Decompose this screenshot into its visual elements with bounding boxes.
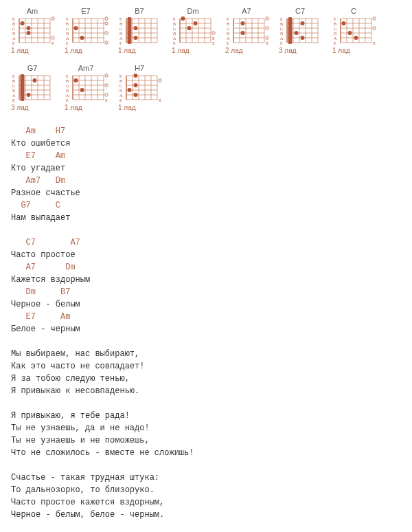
svg-text:D: D: [66, 89, 69, 93]
svg-point-21: [52, 17, 54, 20]
svg-text:A: A: [280, 36, 284, 41]
svg-text:B: B: [173, 22, 176, 26]
svg-text:G: G: [119, 27, 123, 31]
svg-point-43: [80, 36, 84, 40]
svg-text:B: B: [280, 22, 283, 26]
chord-name: H7: [118, 64, 161, 72]
svg-text:A: A: [12, 93, 16, 98]
fret-label: 1 лад: [11, 47, 54, 54]
fret-label: 1 лад: [172, 47, 214, 54]
svg-text:A: A: [119, 93, 123, 98]
chord-name: Dm: [172, 7, 214, 15]
svg-text:E: E: [334, 41, 336, 45]
svg-text:E: E: [66, 98, 69, 102]
svg-text:E: E: [227, 17, 229, 21]
fret-label: 1 лад: [332, 47, 375, 54]
svg-text:x: x: [266, 41, 268, 45]
svg-point-90: [212, 32, 215, 34]
chord-diagram-Am7: Am7EBGDAEx1 лад: [65, 64, 107, 111]
chord-name: Am: [11, 7, 54, 15]
svg-point-228: [134, 83, 138, 87]
svg-point-206: [105, 93, 108, 96]
fret-label: 3 лад: [279, 47, 321, 54]
svg-text:G: G: [173, 27, 176, 31]
svg-text:E: E: [119, 74, 122, 78]
svg-text:E: E: [119, 41, 122, 45]
svg-point-88: [187, 26, 192, 30]
svg-text:E: E: [173, 17, 176, 21]
svg-text:E: E: [334, 17, 336, 21]
svg-point-158: [348, 31, 352, 35]
chord-name: B7: [118, 7, 161, 15]
chord-diagram-A7: A7EBGDAEx2 лад: [225, 7, 268, 54]
svg-rect-181: [21, 74, 25, 101]
svg-text:A: A: [334, 36, 337, 41]
chord-diagram-H7: H7EBGDAEx1 лад: [118, 64, 161, 111]
svg-text:E: E: [12, 98, 15, 102]
svg-point-46: [105, 32, 108, 34]
chord-name: E7: [65, 7, 107, 15]
svg-text:x: x: [52, 41, 54, 45]
svg-point-137: [301, 21, 305, 25]
chord-diagram-E7: E7EBGDAE1 лад: [65, 7, 107, 54]
svg-point-230: [159, 79, 161, 82]
svg-point-19: [27, 26, 31, 30]
svg-point-18: [21, 21, 25, 25]
svg-point-159: [354, 36, 358, 40]
svg-text:D: D: [66, 32, 69, 36]
fret-label: 2 лад: [225, 47, 268, 54]
svg-text:E: E: [119, 17, 122, 21]
svg-text:x: x: [212, 41, 215, 45]
svg-text:B: B: [227, 22, 229, 26]
svg-point-183: [33, 78, 37, 82]
lyrics-block: Am H7 Кто ошибется E7 Am Кто угадает Am7…: [11, 125, 405, 521]
fret-label: 3 лад: [11, 104, 54, 111]
fret-label: 1 лад: [65, 104, 107, 111]
svg-point-205: [105, 84, 108, 87]
chord-diagram-grid: AmEBGDAEx1 ладE7EBGDAE1 ладB7EBGDAE1 лад…: [11, 7, 405, 111]
svg-text:G: G: [66, 27, 69, 31]
svg-point-45: [105, 22, 108, 25]
svg-text:E: E: [280, 17, 283, 21]
svg-text:D: D: [227, 32, 230, 36]
svg-point-161: [373, 27, 376, 30]
svg-text:B: B: [119, 79, 122, 83]
svg-point-20: [27, 31, 31, 35]
svg-text:A: A: [173, 36, 176, 41]
svg-text:x: x: [373, 41, 376, 45]
svg-point-44: [105, 17, 108, 20]
svg-point-136: [295, 31, 299, 35]
chord-diagram-G7: G7EBGDAE3 лад: [11, 64, 54, 111]
svg-text:G: G: [280, 27, 284, 31]
chord-diagram-Am: AmEBGDAEx1 лад: [11, 7, 54, 54]
chord-diagram-C: CEBGDAEx1 лад: [332, 7, 375, 54]
chord-diagram-B7: B7EBGDAE1 лад: [118, 7, 161, 54]
svg-text:D: D: [12, 32, 16, 36]
svg-text:A: A: [119, 36, 123, 41]
svg-text:B: B: [66, 79, 69, 83]
svg-point-22: [52, 36, 54, 39]
svg-point-203: [80, 88, 84, 92]
svg-point-114: [266, 27, 268, 30]
svg-text:G: G: [334, 27, 337, 31]
svg-text:x: x: [105, 98, 108, 102]
svg-point-89: [194, 21, 198, 25]
svg-point-87: [181, 16, 185, 21]
svg-text:G: G: [12, 27, 16, 31]
svg-point-115: [266, 36, 268, 39]
svg-text:E: E: [280, 41, 283, 45]
fret-label: 1 лад: [118, 47, 161, 54]
svg-point-113: [266, 17, 268, 20]
svg-point-182: [27, 93, 31, 97]
svg-point-226: [128, 88, 132, 92]
svg-text:D: D: [119, 32, 123, 36]
fret-label: 1 лад: [118, 104, 161, 111]
fret-label: 1 лад: [65, 47, 107, 54]
svg-point-204: [105, 74, 108, 77]
svg-text:A: A: [66, 93, 69, 98]
svg-point-138: [301, 36, 305, 40]
svg-text:A: A: [227, 36, 230, 41]
svg-text:E: E: [227, 41, 229, 45]
svg-text:E: E: [119, 98, 122, 102]
svg-point-202: [74, 78, 78, 82]
